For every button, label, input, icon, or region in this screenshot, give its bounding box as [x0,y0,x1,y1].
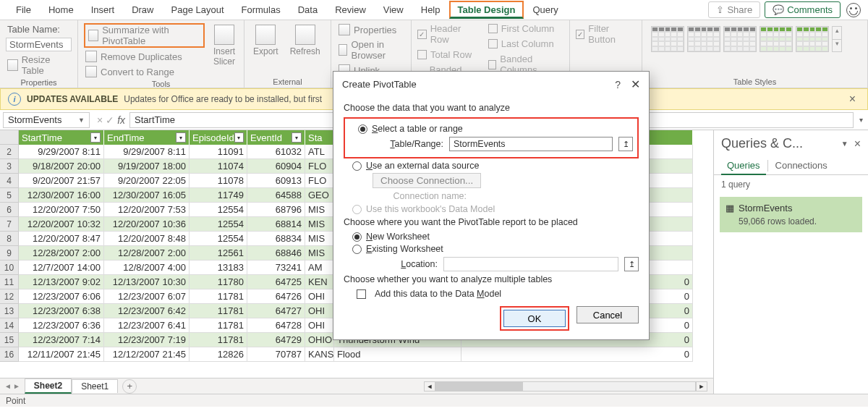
chevron-down-icon[interactable]: ▼ [78,117,85,124]
cell[interactable]: 12/8/2007 4:00 [104,261,190,275]
formula-expand-button[interactable]: ▾ [854,116,868,124]
cell[interactable]: 64588 [247,188,305,203]
row-header[interactable]: 3 [0,159,19,174]
tab-page-layout[interactable]: Page Layout [163,1,233,19]
tab-query[interactable]: Query [524,1,566,19]
cell[interactable]: 11781 [190,318,247,333]
col-episodeid[interactable]: EpisodeId▾ [190,130,247,145]
cell[interactable]: 12/13/2007 10:30 [104,275,190,289]
cell[interactable]: 64727 [247,304,305,318]
style-thumb[interactable] [687,26,720,52]
cell[interactable]: 73241 [247,261,305,275]
cell[interactable]: 60904 [247,159,305,174]
radio-external[interactable]: Use an external data source [352,161,639,171]
cell[interactable]: 61032 [247,145,305,159]
cell[interactable]: 11781 [190,289,247,304]
share-button[interactable]: ⇪Share [708,1,760,18]
radio-select-range[interactable]: Select a table or range [358,124,633,134]
cell[interactable]: 64725 [247,275,305,289]
properties-button[interactable]: Properties [337,23,405,36]
cell[interactable]: 64729 [247,333,305,347]
update-close-button[interactable]: × [845,93,860,106]
cell[interactable]: 12/23/2007 6:07 [104,289,190,304]
export-button[interactable]: Export [250,23,281,58]
cell[interactable]: 12/23/2007 6:36 [19,318,104,333]
row-header[interactable]: 9 [0,246,19,261]
cell[interactable]: 12/23/2007 6:38 [19,304,104,318]
filter-icon[interactable]: ▾ [292,132,302,143]
tab-help[interactable]: Help [412,1,449,19]
query-item[interactable]: ▦StormEvents 59,066 rows loaded. [720,197,862,232]
cell[interactable]: 12/30/2007 16:00 [19,188,104,203]
col-endtime[interactable]: EndTime▾ [104,130,190,145]
cell[interactable]: OHI [305,318,334,333]
cell[interactable]: 11074 [190,159,247,174]
cell[interactable]: 12/13/2007 9:02 [19,275,104,289]
cb-filter-button[interactable]: ✓Filter Button [576,23,636,45]
cell[interactable]: 12826 [190,347,247,362]
row-header-corner[interactable] [0,130,19,145]
cb-total-row[interactable]: Total Row [417,49,481,60]
insert-slicer-button[interactable]: Insert Slicer [210,23,238,68]
styles-scroll[interactable]: ▴▾ [832,26,842,52]
cell[interactable]: ATL [305,145,334,159]
cell[interactable]: 11749 [190,188,247,203]
cb-header-row[interactable]: ✓Header Row [417,23,481,45]
cell[interactable]: 11781 [190,333,247,347]
connections-tab[interactable]: Connections [770,157,833,174]
cell[interactable]: 70787 [247,347,305,362]
chevron-down-icon[interactable]: ▼ [841,140,848,148]
row-header[interactable]: 7 [0,217,19,232]
resize-table-button[interactable]: Resize Table [6,54,72,77]
cb-last-col[interactable]: Last Column [488,38,563,49]
cell[interactable]: 12561 [190,246,247,261]
sheet-tab[interactable]: Sheet1 [72,379,118,393]
horizontal-scrollbar[interactable]: ◄► [137,381,713,392]
close-pane-button[interactable]: × [854,137,861,151]
cell[interactable]: 68814 [247,217,305,232]
tab-insert[interactable]: Insert [82,1,124,19]
cell[interactable]: 12/11/2007 21:45 [19,347,104,362]
cell[interactable]: FLO [305,159,334,174]
cell[interactable]: MIS [305,203,334,217]
help-button[interactable]: ? [615,79,621,90]
col-state[interactable]: Sta [305,130,334,145]
cb-add-to-model[interactable]: Add this data to the Data Model [348,289,639,299]
tab-draw[interactable]: Draw [123,1,162,19]
row-header[interactable]: 16 [0,347,19,362]
choose-connection-button[interactable]: Choose Connection... [373,173,481,188]
comments-button[interactable]: 💬Comments [765,1,841,18]
cancel-button[interactable]: Cancel [576,306,639,323]
style-thumb[interactable] [723,26,757,52]
dialog-titlebar[interactable]: Create PivotTable ? ✕ [333,72,649,97]
cell[interactable]: 12/28/2007 2:00 [104,246,190,261]
radio-new-worksheet[interactable]: New Worksheet [352,232,639,242]
location-picker-button[interactable]: ↥ [624,257,639,271]
range-picker-button[interactable]: ↥ [618,137,633,151]
cell[interactable]: 68846 [247,246,305,261]
style-thumb[interactable] [651,26,684,52]
cell[interactable]: OHI [305,289,334,304]
cell[interactable]: 64728 [247,318,305,333]
cell[interactable]: 12554 [190,203,247,217]
row-header[interactable]: 2 [0,145,19,159]
table-styles-gallery[interactable]: ▴▾ [648,23,861,55]
cell[interactable]: AM [305,261,334,275]
cell[interactable]: 11781 [190,304,247,318]
cell[interactable]: 64726 [247,289,305,304]
cell[interactable]: OHIO [305,333,334,347]
cell[interactable]: 12/30/2007 16:05 [104,188,190,203]
refresh-button[interactable]: Refresh [287,23,323,58]
cell[interactable]: 12/23/2007 7:14 [19,333,104,347]
cell[interactable]: 9/18/2007 20:00 [19,159,104,174]
remove-duplicates-button[interactable]: Remove Duplicates [84,50,205,63]
cell[interactable]: 12/23/2007 6:06 [19,289,104,304]
cb-first-col[interactable]: First Column [488,23,563,34]
name-box[interactable]: StormEvents▼ [3,112,90,128]
cell[interactable]: 12/23/2007 6:42 [104,304,190,318]
cell[interactable]: 11078 [190,174,247,188]
style-thumb[interactable] [796,26,829,52]
table-row[interactable]: 1612/11/2007 21:4512/12/2007 21:45128267… [0,347,713,362]
cell[interactable]: 12/20/2007 7:50 [19,203,104,217]
convert-range-button[interactable]: Convert to Range [84,65,205,78]
